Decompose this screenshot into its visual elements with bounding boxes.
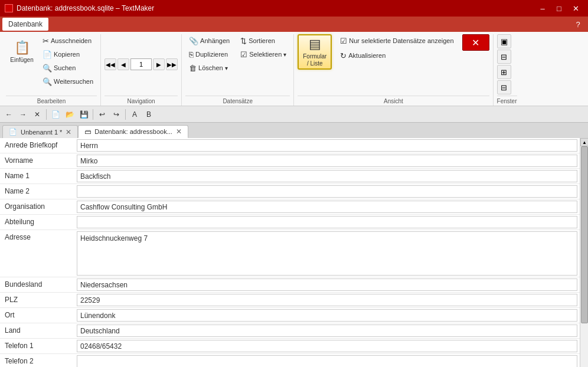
undo-button[interactable]: ← bbox=[2, 108, 15, 121]
field-value-9[interactable]: Lünendonk bbox=[77, 309, 577, 322]
einfuegen-button[interactable]: 📋 Einfügen bbox=[6, 34, 38, 70]
sortieren-button[interactable]: ⇅ Sortieren bbox=[237, 34, 290, 47]
field-value-0[interactable]: Herrn bbox=[77, 139, 577, 152]
tab-unbenannt-label: Unbenannt 1 * bbox=[21, 129, 62, 136]
format-button[interactable]: A bbox=[128, 108, 141, 121]
save-button[interactable]: 💾 bbox=[77, 108, 90, 121]
field-value-7[interactable]: Niedersachsen bbox=[77, 278, 577, 291]
form-row: Name 1Backfisch bbox=[0, 169, 580, 184]
search-icon: 🔍 bbox=[43, 64, 52, 73]
field-value-3[interactable] bbox=[77, 185, 577, 198]
tab-datenbank[interactable]: 🗃 Datenbank: addressbook... ✕ bbox=[78, 125, 188, 138]
field-value-12[interactable] bbox=[77, 355, 577, 367]
add-icon: 📎 bbox=[189, 37, 198, 45]
menu-item-datenbank[interactable]: Datenbank bbox=[2, 18, 48, 31]
scrollbar[interactable]: ▲ ▼ bbox=[580, 138, 588, 367]
field-value-1[interactable]: Mirko bbox=[77, 155, 577, 167]
filter-icon: ☑ bbox=[340, 37, 347, 45]
tab-datenbank-close[interactable]: ✕ bbox=[176, 127, 182, 136]
kopieren-button[interactable]: 📄 Kopieren bbox=[39, 48, 97, 61]
scroll-up-button[interactable]: ▲ bbox=[580, 138, 588, 146]
field-value-10[interactable]: Deutschland bbox=[77, 325, 577, 337]
suchen-button[interactable]: 🔍 Suchen bbox=[39, 61, 97, 74]
fenster-icon-btn-1[interactable]: ▣ bbox=[497, 34, 511, 48]
content-wrapper: Anrede BriefkopfHerrnVornameMirkoName 1B… bbox=[0, 138, 588, 367]
toolbar-redo2[interactable]: ↪ bbox=[110, 108, 123, 121]
ribbon-group-navigation: ◀◀ ◀ ▶ ▶▶ Navigation bbox=[101, 34, 182, 106]
format-button-2[interactable]: B bbox=[142, 108, 155, 121]
nav-page-input[interactable] bbox=[130, 58, 152, 70]
help-button[interactable]: ? bbox=[570, 18, 586, 31]
anhaengen-button[interactable]: 📎 Anhängen bbox=[185, 34, 233, 47]
weitersuchen-button[interactable]: 🔍 Weitersuchen bbox=[39, 75, 97, 88]
field-label-5: Abteilung bbox=[0, 215, 77, 230]
field-label-4: Organisation bbox=[0, 199, 77, 214]
form-row: Telefon 2 bbox=[0, 354, 580, 367]
tab-unbenannt-close[interactable]: ✕ bbox=[66, 128, 71, 136]
form-row: LandDeutschland bbox=[0, 323, 580, 339]
select-icon: ☑ bbox=[240, 50, 247, 59]
fenster-icon-btn-3[interactable]: ⊞ bbox=[497, 65, 511, 79]
field-value-2[interactable]: Backfisch bbox=[77, 170, 577, 182]
duplizieren-button[interactable]: ⎘ Duplizieren bbox=[185, 48, 233, 61]
fenster-label: Fenster bbox=[497, 96, 517, 106]
field-label-12: Telefon 2 bbox=[0, 354, 77, 367]
fenster-icon-btn-4[interactable]: ⊟ bbox=[497, 80, 511, 94]
delete-icon: 🗑 bbox=[189, 64, 197, 73]
nav-last-button[interactable]: ▶▶ bbox=[166, 58, 178, 70]
ansicht-label: Ansicht bbox=[298, 96, 489, 106]
field-label-9: Ort bbox=[0, 308, 77, 323]
einfuegen-icon: 📋 bbox=[14, 40, 30, 55]
nav-prev-button[interactable]: ◀ bbox=[117, 58, 129, 70]
form-row: PLZ22529 bbox=[0, 293, 580, 308]
form-row: OrtLünendonk bbox=[0, 308, 580, 323]
refresh-icon: ↻ bbox=[340, 51, 347, 60]
window-close-button[interactable]: ✕ bbox=[568, 2, 583, 15]
close-toolbar-button[interactable]: ✕ bbox=[31, 108, 44, 121]
copy-icon: 📄 bbox=[43, 50, 52, 59]
field-value-4[interactable]: Cashflow Consulting GmbH bbox=[77, 201, 577, 213]
scroll-thumb[interactable] bbox=[581, 146, 588, 323]
minimize-button[interactable]: – bbox=[535, 2, 550, 15]
form-row: Telefon 102468/65432 bbox=[0, 339, 580, 354]
fenster-icon-btn-2[interactable]: ⊟ bbox=[497, 50, 511, 64]
datensaetze-label: Datensätze bbox=[185, 96, 290, 106]
ribbon-group-fenster: ▣ ⊟ ⊞ ⊟ Fenster bbox=[494, 34, 521, 106]
field-value-6[interactable]: Heidschnuckenweg 7 bbox=[77, 231, 577, 276]
search-next-icon: 🔍 bbox=[43, 77, 52, 86]
tab-unbenannt[interactable]: 📄 Unbenannt 1 * ✕ bbox=[2, 125, 78, 138]
ribbon-group-datensaetze: 📎 Anhängen ⎘ Duplizieren 🗑 Löschen ▾ bbox=[182, 34, 294, 106]
form-row: Abteilung bbox=[0, 215, 580, 230]
maximize-button[interactable]: □ bbox=[551, 2, 567, 15]
toolbar-undo2[interactable]: ↩ bbox=[96, 108, 109, 121]
main-form: Anrede BriefkopfHerrnVornameMirkoName 1B… bbox=[0, 138, 580, 367]
ribbon-group-bearbeiten: 📋 Einfügen ✂ Ausschneiden 📄 Kopieren 🔍 S… bbox=[2, 34, 101, 106]
db-tab-icon: 🗃 bbox=[84, 128, 91, 135]
form-row: VornameMirko bbox=[0, 153, 580, 169]
field-value-5[interactable] bbox=[77, 216, 577, 228]
field-label-1: Vorname bbox=[0, 153, 77, 168]
loeschen-button[interactable]: 🗑 Löschen ▾ bbox=[185, 61, 233, 74]
nav-first-button[interactable]: ◀◀ bbox=[104, 58, 116, 70]
field-label-0: Anrede Briefkopf bbox=[0, 138, 77, 153]
field-label-8: PLZ bbox=[0, 293, 77, 307]
nav-next-button[interactable]: ▶ bbox=[153, 58, 165, 70]
field-label-3: Name 2 bbox=[0, 184, 77, 199]
ansicht-close-button[interactable]: ✕ bbox=[462, 34, 489, 51]
new-button[interactable]: 📄 bbox=[49, 108, 62, 121]
aktualisieren-button[interactable]: ↻ Aktualisieren bbox=[337, 49, 457, 62]
bearbeiten-label: Bearbeiten bbox=[6, 96, 97, 106]
field-label-2: Name 1 bbox=[0, 169, 77, 184]
ribbon: 📋 Einfügen ✂ Ausschneiden 📄 Kopieren 🔍 S… bbox=[0, 32, 588, 106]
field-value-8[interactable]: 22529 bbox=[77, 294, 577, 306]
redo-button[interactable]: → bbox=[17, 108, 30, 121]
ausschneiden-button[interactable]: ✂ Ausschneiden bbox=[39, 34, 97, 47]
field-label-10: Land bbox=[0, 323, 77, 338]
formular-liste-button[interactable]: ▤ Formular/ Liste bbox=[298, 34, 332, 70]
open-button[interactable]: 📂 bbox=[63, 108, 76, 121]
tab-datenbank-label: Datenbank: addressbook... bbox=[94, 128, 172, 135]
selektieren-button[interactable]: ☑ Selektieren ▾ bbox=[237, 48, 290, 61]
toolbar-sep-3 bbox=[125, 109, 126, 120]
nur-selektierte-button[interactable]: ☑ Nur selektierte Datensätze anzeigen bbox=[337, 34, 457, 47]
field-value-11[interactable]: 02468/65432 bbox=[77, 340, 577, 352]
